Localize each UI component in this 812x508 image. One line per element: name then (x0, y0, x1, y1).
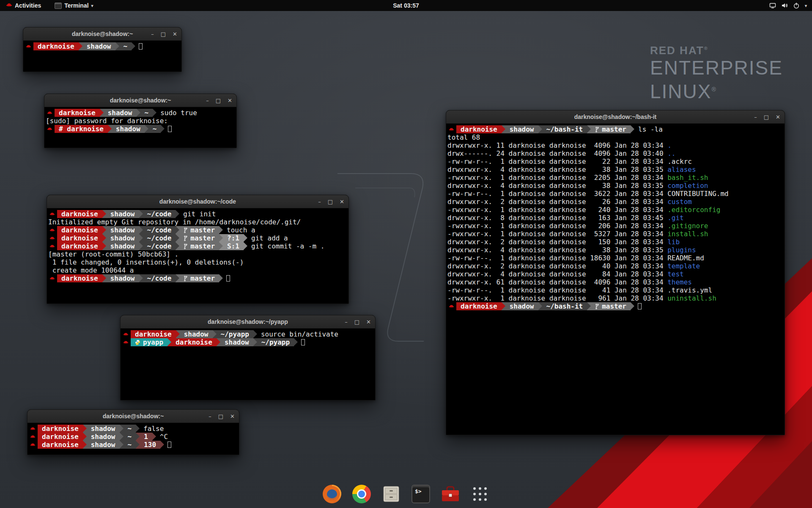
output-text: drwxrwxr-x. 2 darknoise darknoise 40 Jan… (447, 262, 667, 270)
power-icon[interactable] (793, 2, 800, 9)
powerline-separator-icon (120, 425, 123, 433)
output-text: drwxrwxr-x. 4 darknoise darknoise 38 Jan… (447, 166, 667, 174)
output-text: themes (667, 278, 692, 286)
prompt-segment: darknoise (57, 274, 102, 282)
terminal-body[interactable]: darknoiseshadow~sudo true[sudo] password… (44, 107, 236, 148)
prompt-segment: darknoise (38, 425, 83, 433)
output-line: drwx------. 24 darknoise darknoise 4096 … (447, 149, 784, 157)
powerline-separator-icon (153, 109, 156, 117)
powerline-separator-icon (219, 242, 223, 250)
output-text: drwxrwxr-x. 4 darknoise darknoise 38 Jan… (447, 246, 667, 254)
close-button[interactable]: ✕ (340, 199, 344, 204)
minimize-button[interactable]: – (318, 199, 321, 204)
terminal-body[interactable]: darknoiseshadow~/pyappsource bin/activat… (121, 329, 375, 400)
prompt-segment: pyapp (131, 338, 167, 346)
powerline-separator-icon (538, 302, 542, 310)
window-titlebar[interactable]: darknoise@shadow:~/pyapp–□✕ (121, 315, 375, 329)
powerline-separator-icon (83, 425, 87, 433)
close-button[interactable]: ✕ (776, 114, 780, 120)
desktop: Activities Terminal ▾ Sat 03:57 ▾ RED HA… (0, 0, 812, 508)
dock-toolbox-icon[interactable] (439, 483, 462, 505)
display-icon[interactable] (769, 2, 776, 9)
powerline-separator-icon (139, 242, 143, 250)
output-text: lib (667, 238, 680, 246)
command-text: sudo true (156, 109, 197, 117)
output-line: drwxrwxr-x. 4 darknoise darknoise 84 Jan… (447, 270, 784, 278)
output-line: -rw-rw-r--. 1 darknoise darknoise 18630 … (447, 254, 784, 262)
git-branch-icon (184, 235, 188, 241)
window-controls: –□✕ (754, 110, 780, 123)
brand-red-hat: RED HAT® (650, 44, 783, 57)
window-titlebar[interactable]: darknoise@shadow:~/code–□✕ (47, 195, 348, 208)
powerline-separator-icon (139, 234, 143, 242)
prompt-segment: darknoise (57, 242, 102, 250)
output-line: Initialized empty Git repository in /hom… (48, 218, 348, 226)
terminal-body[interactable]: darknoiseshadow~ (23, 41, 181, 72)
terminal-body[interactable]: darknoiseshadow~/bash-itmasterls -latota… (446, 124, 785, 435)
dock-chrome-icon[interactable] (350, 483, 373, 505)
prompt-segment: ~/code (143, 274, 176, 282)
powerline-separator-icon (631, 125, 634, 133)
minimize-button[interactable]: – (206, 98, 209, 103)
maximize-button[interactable]: □ (218, 414, 223, 419)
powerline-separator-icon (100, 109, 104, 117)
redhat-prompt-icon (48, 242, 57, 250)
window-titlebar[interactable]: darknoise@shadow:~–□✕ (23, 28, 181, 41)
maximize-button[interactable]: □ (354, 319, 359, 325)
git-branch-icon (595, 127, 599, 133)
minimize-button[interactable]: – (345, 319, 348, 325)
volume-icon[interactable] (781, 2, 788, 9)
prompt-line: darknoiseshadow~ (25, 42, 181, 50)
prompt-segment: ~ (140, 109, 153, 117)
maximize-button[interactable]: □ (216, 98, 221, 103)
output-line: -rwxrwxr-x. 1 darknoise darknoise 961 Ja… (447, 294, 784, 302)
activities-button[interactable]: Activities (3, 0, 44, 11)
git-branch-icon (184, 243, 188, 249)
output-text: drwxrwxr-x. 11 darknoise darknoise 4096 … (447, 141, 667, 149)
maximize-button[interactable]: □ (328, 199, 333, 204)
dock-files-icon[interactable] (380, 483, 403, 505)
terminal-body[interactable]: darknoiseshadow~falsedarknoiseshadow~1^C… (27, 423, 239, 455)
prompt-segment: darknoise (57, 226, 102, 234)
terminal-body[interactable]: darknoiseshadow~/codegit initInitialized… (47, 208, 348, 304)
top-bar: Activities Terminal ▾ Sat 03:57 ▾ (0, 0, 812, 11)
command-text: touch a (223, 226, 255, 234)
terminal-cursor (226, 275, 230, 282)
prompt-line: darknoiseshadow~/codemaster?:1git add a (48, 234, 348, 242)
prompt-segment: shadow (87, 433, 120, 441)
powerline-separator-icon (83, 433, 87, 441)
window-titlebar[interactable]: darknoise@shadow:~–□✕ (27, 410, 239, 423)
dock-terminal-icon[interactable]: $> (409, 483, 432, 505)
chevron-down-icon[interactable]: ▾ (805, 3, 807, 8)
close-button[interactable]: ✕ (230, 414, 235, 419)
minimize-button[interactable]: – (208, 414, 211, 419)
prompt-line: darknoiseshadow~1^C (29, 433, 238, 441)
prompt-line: darknoiseshadow~/bash-itmaster (447, 302, 784, 310)
command-text: git commit -a -m . (247, 242, 324, 250)
maximize-button[interactable]: □ (764, 114, 769, 120)
dock-firefox-icon[interactable] (321, 483, 343, 505)
prompt-segment: master (591, 125, 631, 133)
window-titlebar[interactable]: darknoise@shadow:~–□✕ (44, 94, 236, 107)
redhat-prompt-icon (122, 338, 131, 346)
window-titlebar[interactable]: darknoise@shadow:~/bash-it–□✕ (446, 110, 785, 124)
command-text: source bin/activate (257, 330, 338, 338)
powerline-separator-icon (102, 274, 106, 282)
output-text: .git (667, 214, 684, 222)
close-button[interactable]: ✕ (228, 98, 232, 103)
powerline-separator-icon (102, 234, 106, 242)
clock[interactable]: Sat 03:57 (0, 2, 812, 9)
app-menu-terminal[interactable]: Terminal ▾ (52, 0, 96, 11)
close-button[interactable]: ✕ (173, 31, 177, 37)
minimize-button[interactable]: – (754, 114, 757, 120)
powerline-separator-icon (145, 125, 148, 133)
minimize-button[interactable]: – (151, 31, 154, 37)
output-line: 1 file changed, 0 insertions(+), 0 delet… (48, 258, 348, 266)
maximize-button[interactable]: □ (161, 31, 166, 37)
dock-app-grid-icon[interactable] (469, 483, 491, 505)
output-text: drwxrwxr-x. 2 darknoise darknoise 26 Jan… (447, 198, 667, 206)
powerline-separator-icon (83, 441, 87, 449)
powerline-separator-icon (294, 338, 298, 346)
close-button[interactable]: ✕ (366, 319, 371, 325)
prompt-segment: # darknoise (55, 125, 108, 133)
